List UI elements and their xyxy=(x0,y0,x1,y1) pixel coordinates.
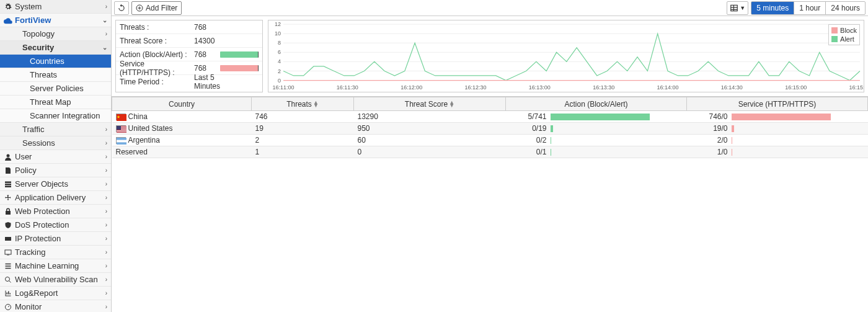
chevron-right-icon: › xyxy=(105,235,107,242)
service-bar xyxy=(732,125,735,132)
table-row[interactable]: United States199500/1919/0 xyxy=(112,123,868,135)
nav-item-sessions[interactable]: Sessions› xyxy=(0,136,111,150)
nav-item-threat-map[interactable]: Threat Map xyxy=(0,96,111,109)
service-cell: 1/0 xyxy=(691,148,864,156)
nav-item-countries[interactable]: Countries xyxy=(0,55,111,68)
service-bar xyxy=(732,114,831,120)
blank-icon xyxy=(11,139,20,148)
nav-item-system[interactable]: System› xyxy=(0,0,111,14)
nav-item-dos-protection[interactable]: DoS Protection› xyxy=(0,218,111,232)
column-header[interactable]: Service (HTTP/HTTPS) xyxy=(687,97,868,111)
nav-item-scanner-integration[interactable]: Scanner Integration xyxy=(0,109,111,123)
nav-label: System xyxy=(15,2,105,11)
nav-label: Traffic xyxy=(22,125,105,134)
chevron-right-icon: › xyxy=(105,208,107,215)
summary-bar xyxy=(220,65,259,71)
nav-item-ip-protection[interactable]: IP Protection› xyxy=(0,232,111,246)
svg-text:10: 10 xyxy=(275,30,281,37)
refresh-icon xyxy=(117,4,126,12)
refresh-button[interactable] xyxy=(114,1,129,15)
column-header[interactable]: Threat Score▲▼ xyxy=(354,97,506,111)
view-mode-button[interactable]: ▼ xyxy=(727,1,748,15)
time-option-1-hour[interactable]: 1 hour xyxy=(794,2,825,14)
nav-item-fortiview[interactable]: FortiView⌄ xyxy=(0,14,111,27)
time-option-5-minutes[interactable]: 5 minutes xyxy=(751,2,794,14)
lock-icon xyxy=(4,207,12,216)
table-row[interactable]: Reserved100/11/0 xyxy=(112,146,868,158)
column-label: Country xyxy=(169,100,195,109)
main-panel: Add Filter ▼ 5 minutes1 hour24 hours Thr… xyxy=(112,0,868,312)
svg-text:16:11:00: 16:11:00 xyxy=(273,84,294,91)
nav-item-log-report[interactable]: Log&Report› xyxy=(0,287,111,300)
country-name: Argentina xyxy=(128,136,160,145)
time-option-24-hours[interactable]: 24 hours xyxy=(825,2,865,14)
plus-circle-icon xyxy=(136,4,143,12)
service-cell: 2/0 xyxy=(691,136,864,145)
svg-text:16:14:30: 16:14:30 xyxy=(721,84,743,91)
table-row[interactable]: Argentina2600/22/0 xyxy=(112,135,868,146)
summary-key: Threats : xyxy=(120,23,194,32)
column-header[interactable]: Country xyxy=(112,97,252,111)
nav-item-threats[interactable]: Threats xyxy=(0,68,111,82)
blank-icon xyxy=(19,112,27,120)
svg-rect-40 xyxy=(117,130,126,131)
move-icon xyxy=(4,194,12,202)
svg-point-6 xyxy=(6,277,10,281)
score-cell: 0 xyxy=(354,146,506,158)
nav-item-web-protection[interactable]: Web Protection› xyxy=(0,205,111,218)
nav-label: Web Vulnerability Scan xyxy=(15,275,105,284)
nav-item-application-delivery[interactable]: Application Delivery› xyxy=(0,191,111,205)
nav-item-security[interactable]: Security⌄ xyxy=(0,41,111,55)
blank-icon xyxy=(19,98,27,107)
svg-text:8: 8 xyxy=(278,40,281,46)
sort-icon: ▲▼ xyxy=(449,101,454,107)
flag-icon-cn xyxy=(116,114,126,120)
blank-icon xyxy=(19,71,27,79)
chevron-right-icon: › xyxy=(105,181,107,187)
column-header[interactable]: Action (Block/Alert) xyxy=(506,97,687,111)
chevron-right-icon: › xyxy=(105,126,107,133)
table-icon xyxy=(730,4,738,12)
blank-icon xyxy=(11,125,20,134)
table-row[interactable]: China746132905/741746/0 xyxy=(112,111,868,123)
summary-line: Service (HTTP/HTTPS) :768 xyxy=(116,61,262,75)
nav-label: IP Protection xyxy=(15,234,105,243)
nav-label: Security xyxy=(22,43,102,52)
summary-key: Threat Score : xyxy=(120,37,194,45)
nav-item-user[interactable]: User› xyxy=(0,150,111,164)
nav-item-policy[interactable]: Policy› xyxy=(0,164,111,177)
add-filter-button[interactable]: Add Filter xyxy=(131,1,182,15)
summary-value: 14300 xyxy=(194,37,218,45)
nav-label: Server Objects xyxy=(15,179,105,189)
nav-item-server-policies[interactable]: Server Policies xyxy=(0,82,111,96)
svg-text:16:12:30: 16:12:30 xyxy=(465,84,487,91)
toolbar: Add Filter ▼ 5 minutes1 hour24 hours xyxy=(112,0,868,16)
action-cell: 0/2 xyxy=(510,136,683,145)
time-range-selector: 5 minutes1 hour24 hours xyxy=(751,1,866,15)
nav-item-tracking[interactable]: Tracking› xyxy=(0,246,111,259)
nav-label: Monitor xyxy=(15,302,105,311)
blank-icon xyxy=(11,30,20,38)
nav-label: Threat Map xyxy=(30,97,107,107)
service-text: 19/0 xyxy=(691,124,728,133)
search-icon xyxy=(4,275,12,284)
nav-item-topology[interactable]: Topology› xyxy=(0,27,111,41)
service-bar xyxy=(732,149,733,156)
nav-label: Server Policies xyxy=(30,84,107,93)
service-bar xyxy=(732,137,733,144)
svg-text:16:15:00: 16:15:00 xyxy=(785,84,807,91)
action-bar xyxy=(551,137,552,144)
nav-item-server-objects[interactable]: Server Objects› xyxy=(0,177,111,191)
nav-item-machine-learning[interactable]: Machine Learning› xyxy=(0,259,111,273)
column-header[interactable]: Threats▲▼ xyxy=(252,97,354,111)
nav-item-traffic[interactable]: Traffic› xyxy=(0,123,111,136)
svg-text:4: 4 xyxy=(278,58,281,65)
summary-key: Action (Block/Alert) : xyxy=(120,50,194,59)
threat-timeline-chart[interactable]: 02468101216:11:0016:11:3016:12:0016:12:3… xyxy=(268,20,864,92)
nav-item-web-vulnerability-scan[interactable]: Web Vulnerability Scan› xyxy=(0,273,111,287)
nav-item-monitor[interactable]: Monitor› xyxy=(0,300,111,312)
chevron-right-icon: › xyxy=(105,221,107,228)
svg-rect-5 xyxy=(5,250,11,254)
action-cell: 0/19 xyxy=(510,124,683,133)
nav-label: Scanner Integration xyxy=(30,111,107,120)
